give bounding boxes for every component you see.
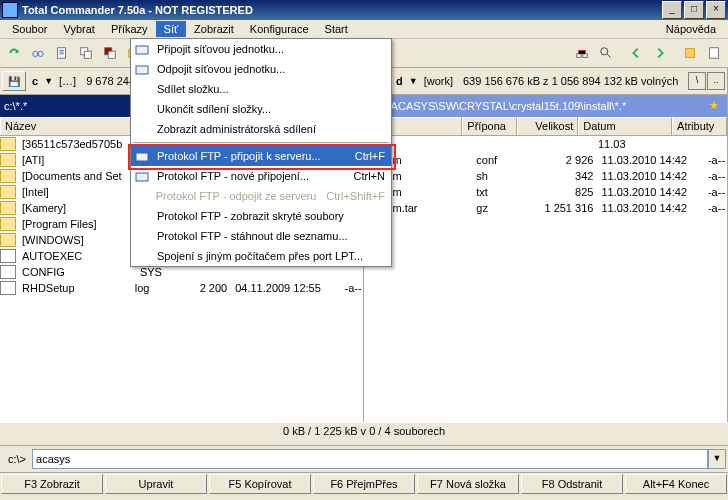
menu-soubor[interactable]: Soubor <box>4 21 55 37</box>
f7-button[interactable]: F7 Nová složka <box>417 474 519 494</box>
f6-button[interactable]: F6 PřejmPřes <box>313 474 415 494</box>
menu-item[interactable]: Ukončit sdílení složky... <box>131 99 391 119</box>
tb-refresh-icon[interactable] <box>3 42 25 64</box>
menu-sit[interactable]: Síť <box>156 21 187 37</box>
command-input[interactable] <box>32 449 708 469</box>
star-icon[interactable]: ★ <box>709 99 723 113</box>
menu-item[interactable]: Protokol FTP - zobrazit skryté soubory <box>131 206 391 226</box>
menu-item-shortcut: Ctrl+N <box>344 170 385 182</box>
tb-back-icon[interactable] <box>625 42 647 64</box>
file-date: 11.03.2010 14:42 <box>597 170 704 182</box>
menu-item[interactable]: Zobrazit administrátorská sdílení <box>131 119 391 139</box>
right-pathbar[interactable]: ývoj\ACASYS\SW\CRYSTAL\crystal15t.109\in… <box>364 95 727 117</box>
close-button[interactable]: × <box>706 1 726 19</box>
file-name: [Documents and Set <box>18 170 136 182</box>
menu-item-label: Protokol FTP - odpojit ze serveru <box>156 190 317 202</box>
file-size: 825 <box>530 186 598 198</box>
menu-item[interactable]: Spojení s jiným počítačem přes port LPT.… <box>131 246 391 266</box>
col-size[interactable]: Velikost <box>517 117 578 135</box>
maximize-button[interactable]: □ <box>684 1 704 19</box>
right-root-button[interactable]: \ <box>688 72 706 90</box>
f5-button[interactable]: F5 Kopírovat <box>209 474 311 494</box>
menu-item[interactable]: Odpojit síťovou jednotku... <box>131 59 391 79</box>
file-attr: -a-- <box>704 186 727 198</box>
tb-move-icon[interactable] <box>99 42 121 64</box>
tb-copy-icon[interactable] <box>75 42 97 64</box>
menu-item[interactable]: Protokol FTP - připojit k serveru... Ctr… <box>131 146 391 166</box>
f4-button[interactable]: Upravit <box>105 474 207 494</box>
tb-tree-icon[interactable] <box>679 42 701 64</box>
file-name: RHDSetup <box>18 282 131 294</box>
blank-icon <box>133 208 151 224</box>
command-dropdown-button[interactable]: ▼ <box>708 449 726 469</box>
file-attr: -a-- <box>704 202 727 214</box>
list-item[interactable]: 11.03.2010 16:16 ---- <box>364 136 727 152</box>
right-drive-letter[interactable]: d <box>392 75 407 87</box>
file-ext: gz <box>472 202 529 214</box>
file-name: CONFIG <box>18 266 136 278</box>
svg-rect-15 <box>136 66 148 74</box>
list-item[interactable]: p_apm conf 2 926 11.03.2010 14:42 -a-- <box>364 152 727 168</box>
col-date[interactable]: Datum <box>578 117 672 135</box>
blank-icon <box>133 81 151 97</box>
file-icon <box>0 249 16 263</box>
list-item[interactable]: p_apm.tar gz 1 251 316 11.03.2010 14:42 … <box>364 200 727 216</box>
list-item[interactable]: RHDSetup log 2 200 04.11.2009 12:55 -a-- <box>0 280 363 296</box>
list-item[interactable]: p_apm sh 342 11.03.2010 14:42 -a-- <box>364 168 727 184</box>
f8-button[interactable]: F8 Odstranit <box>521 474 623 494</box>
f3-button[interactable]: F3 Zobrazit <box>1 474 103 494</box>
menu-help[interactable]: Nápověda <box>658 21 724 37</box>
menu-item[interactable]: Protokol FTP - nové připojení... Ctrl+N <box>131 166 391 186</box>
file-icon <box>0 265 16 279</box>
blank-icon <box>133 101 151 117</box>
menu-item-label: Ukončit sdílení složky... <box>157 103 375 115</box>
tb-edit-icon[interactable] <box>51 42 73 64</box>
col-ext[interactable]: Přípona <box>462 117 517 135</box>
right-drive-label: [work] <box>420 75 457 87</box>
chevron-down-icon[interactable]: ▼ <box>409 76 418 86</box>
minimize-button[interactable]: _ <box>662 1 682 19</box>
file-ext: conf <box>472 154 529 166</box>
tb-notepad-icon[interactable] <box>703 42 725 64</box>
menu-item[interactable]: Sdílet složku... <box>131 79 391 99</box>
menu-zobrazit[interactable]: Zobrazit <box>186 21 242 37</box>
file-size: 2 926 <box>530 154 598 166</box>
file-name: [Kamery] <box>18 202 136 214</box>
tb-glasses-icon[interactable] <box>27 42 49 64</box>
left-drive-letter[interactable]: c <box>28 75 42 87</box>
menu-item-label: Protokol FTP - nové připojení... <box>157 170 344 182</box>
menu-prikazy[interactable]: Příkazy <box>103 21 156 37</box>
col-name[interactable]: Název <box>0 117 150 135</box>
drive-c-icon[interactable]: 💾 <box>2 71 26 91</box>
file-size: 342 <box>530 170 598 182</box>
menu-vybrat[interactable]: Vybrat <box>55 21 102 37</box>
altf4-button[interactable]: Alt+F4 Konec <box>625 474 727 494</box>
svg-point-11 <box>601 48 608 55</box>
file-name: [ATI] <box>18 154 136 166</box>
folder-icon <box>0 233 16 247</box>
file-date: 11.03.2010 14:42 <box>597 186 704 198</box>
right-file-list[interactable]: 11.03.2010 16:16 ----p_apm conf 2 926 11… <box>364 136 727 422</box>
right-pane: 💾 d ▼ [work] 639 156 676 kB z 1 056 894 … <box>364 68 728 422</box>
file-ext: sh <box>472 170 529 182</box>
svg-point-1 <box>38 51 43 56</box>
list-item[interactable]: p_apm txt 825 11.03.2010 14:42 -a-- <box>364 184 727 200</box>
menu-item-label: Sdílet složku... <box>157 83 375 95</box>
menu-start[interactable]: Start <box>317 21 356 37</box>
svg-rect-10 <box>583 54 587 58</box>
menu-item[interactable]: Připojit síťovou jednotku... <box>131 39 391 59</box>
blank-icon <box>133 228 151 244</box>
menu-item[interactable]: Protokol FTP - stáhnout dle seznamu... <box>131 226 391 246</box>
left-drive-label: […] <box>55 75 80 87</box>
tb-search-icon[interactable] <box>595 42 617 64</box>
tb-fwd-icon[interactable] <box>649 42 671 64</box>
right-up-button[interactable]: .. <box>707 72 725 90</box>
menu-item-shortcut: Ctrl+Shift+F <box>316 190 385 202</box>
command-bar: c:\> ▼ <box>0 445 728 472</box>
folder-icon <box>0 169 16 183</box>
status-bar: 0 kB / 1 225 kB v 0 / 4 souborech <box>0 422 728 445</box>
tb-ftp-icon[interactable] <box>571 42 593 64</box>
chevron-down-icon[interactable]: ▼ <box>44 76 53 86</box>
menu-konfigurace[interactable]: Konfigurace <box>242 21 317 37</box>
col-attr[interactable]: Atributy <box>672 117 727 135</box>
